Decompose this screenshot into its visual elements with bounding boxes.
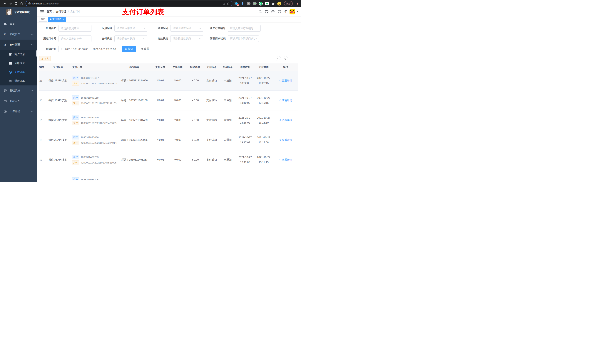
extension-emoji-icon[interactable] <box>277 2 281 5</box>
tab-home[interactable]: 首页 <box>39 17 47 22</box>
url-text[interactable]: localhost:1024/pay/order <box>32 2 221 5</box>
merchant-input-field[interactable] <box>61 27 89 30</box>
extension-recorder-icon[interactable] <box>253 2 257 5</box>
create-time-range-picker[interactable]: 2021-10-01 00:00:00 - 2021-10-31 23:59:5… <box>58 46 119 52</box>
sidebar-item-pay-order[interactable]: ¥ 支付订单 <box>0 68 37 77</box>
merchant-order-no-field[interactable] <box>230 27 258 30</box>
user-menu[interactable] <box>290 9 298 14</box>
cell-title: 标题：1635311823086 <box>117 138 152 142</box>
col-pay-status: 支付状态 <box>204 65 220 69</box>
search-icon <box>279 159 281 161</box>
extension-puzzle-icon[interactable] <box>271 2 275 5</box>
tab-pay-order[interactable]: 支付订单 × <box>48 17 66 22</box>
browser-home-button[interactable] <box>19 1 24 6</box>
breadcrumb-home[interactable]: 首页 <box>47 10 52 13</box>
address-bar[interactable]: localhost:1024/pay/order <box>26 1 232 6</box>
breadcrumb-current: 支付订单 <box>70 10 81 13</box>
collapse-sidebar-icon[interactable] <box>40 10 44 13</box>
cell-fee: ￥0.00 <box>169 99 186 102</box>
extension-chat-icon[interactable] <box>265 2 269 5</box>
cell-action: 查看详情 <box>273 158 298 161</box>
cell-title: 标题：1635311468233 <box>117 158 152 161</box>
view-detail-link[interactable]: 查看详情 <box>279 158 292 161</box>
pay-no: 4200001167202110271022491439 <box>81 142 117 144</box>
sidebar-item-workflow[interactable]: 工作流程 <box>0 106 37 116</box>
sidebar-item-infra[interactable]: 基础设施 <box>0 85 37 96</box>
sidebar-item-app-info[interactable]: 应用信息 <box>0 59 37 68</box>
top-navbar: 首页 / 支付管理 / 支付订单 支付订单列表 TT <box>37 7 301 16</box>
app-logo-row[interactable]: 芋道管理系统 <box>0 7 37 17</box>
toggle-search-button[interactable] <box>276 56 281 61</box>
extension-command-icon[interactable]: ⌘ <box>247 2 250 5</box>
view-detail-link[interactable]: 查看详情 <box>279 138 292 142</box>
title-value: 1635311823086 <box>129 138 148 141</box>
breadcrumb-pay[interactable]: 支付管理 <box>56 10 66 13</box>
bookmark-star-icon[interactable] <box>227 2 230 5</box>
select-placeholder: 请选择退款状态 <box>173 37 200 40</box>
date-end[interactable]: 2021-10-31 23:59:59 <box>93 48 116 51</box>
extension-tabs-icon[interactable]: 10 <box>235 2 238 5</box>
github-icon[interactable] <box>265 10 269 13</box>
sidebar-item-label: 应用信息 <box>14 62 25 65</box>
cell-id: 19 <box>39 119 47 122</box>
browser-forward-button[interactable] <box>8 1 13 6</box>
share-icon[interactable] <box>223 2 225 5</box>
app-select[interactable]: 请选择应用信息 <box>114 25 147 32</box>
chevron-down-icon <box>31 33 33 35</box>
extension-gem-icon[interactable] <box>241 2 244 5</box>
merchant-order-no-input[interactable] <box>228 25 261 32</box>
channel-order-no-input[interactable] <box>58 35 91 42</box>
sidebar-item-pay[interactable]: ¥ 支付管理 <box>0 40 37 50</box>
cell-channel: 微信 JSAPI 支付 <box>47 158 69 161</box>
table-row: 20 微信 JSAPI 支付 商户1635311949168 支付4200001… <box>39 91 298 110</box>
browser-menu-icon[interactable]: ⋮ <box>296 2 299 5</box>
title-value: 1635311468233 <box>129 158 148 161</box>
sidebar-item-devtools[interactable]: 研发工具 <box>0 96 37 106</box>
chevron-down-icon <box>143 38 145 39</box>
chrome-update-button[interactable]: 更新 <box>284 1 293 6</box>
table-row: 19 微信 JSAPI 支付 商户1635311881440 支付4200001… <box>39 110 298 130</box>
close-icon[interactable]: × <box>63 18 64 21</box>
browser-back-button[interactable] <box>2 1 8 6</box>
app-title: 芋道管理系统 <box>14 10 30 14</box>
sidebar-scrollbar-thumb[interactable] <box>36 50 37 57</box>
cell-channel: 微信 JSAPI 支付 <box>47 138 69 142</box>
filter-row-1: 所属商户 应用编号 请选择应用信息 渠道编码 请输入渠道编码 商户订单编号 <box>39 25 298 32</box>
channel-order-no-field[interactable] <box>61 37 89 40</box>
refresh-table-button[interactable] <box>283 56 288 61</box>
channel-code-select[interactable]: 请输入渠道编码 <box>170 25 203 32</box>
sidebar-item-system[interactable]: ⚙ 系统管理 <box>0 29 37 40</box>
sidebar-item-home[interactable]: 首页 <box>0 19 37 29</box>
search-button[interactable]: 搜索 <box>122 46 136 52</box>
pay-status-select[interactable]: 请选择支付状态 <box>114 35 147 42</box>
browser-reload-button[interactable] <box>13 1 19 6</box>
extension-y-icon[interactable]: y <box>259 2 263 5</box>
filter-label: 商户订单编号 <box>207 27 228 30</box>
cell-fee: ￥0.00 <box>169 158 186 161</box>
title-value: 1635312124656 <box>129 79 148 82</box>
help-icon[interactable] <box>271 10 275 13</box>
view-detail-link[interactable]: 查看详情 <box>279 79 292 82</box>
filter-label: 应用编号 <box>95 27 114 30</box>
cell-amount: ￥0.01 <box>152 119 169 122</box>
view-detail-link[interactable]: 查看详情 <box>279 99 292 102</box>
notify-status-select[interactable]: 请选择订单回调商户状态 <box>228 35 259 42</box>
sidebar-item-merchant-info[interactable]: 商户信息 <box>0 50 37 59</box>
refund-status-select[interactable]: 请选择退款状态 <box>170 35 203 42</box>
font-size-icon[interactable]: TT <box>284 10 287 13</box>
fullscreen-icon[interactable] <box>278 10 281 13</box>
sidebar-item-label: 首页 <box>10 22 15 26</box>
tab-label: 支付订单 <box>52 18 61 21</box>
site-info-icon[interactable] <box>28 2 31 5</box>
cell-channel: 微信 JSAPI 支付 <box>47 79 69 82</box>
search-icon[interactable] <box>258 10 262 13</box>
sidebar-item-refund-order[interactable]: 退款订单 <box>0 77 37 85</box>
export-button[interactable]: 导出 <box>39 56 51 61</box>
col-channel: 支付渠道 <box>47 65 69 69</box>
view-detail-link[interactable]: 查看详情 <box>279 119 292 122</box>
reset-button[interactable]: 重置 <box>138 46 152 52</box>
export-button-label: 导出 <box>44 57 49 60</box>
merchant-input[interactable] <box>58 25 91 32</box>
cell-amount: ￥0.01 <box>152 158 169 161</box>
date-start[interactable]: 2021-10-01 00:00:00 <box>65 48 88 51</box>
